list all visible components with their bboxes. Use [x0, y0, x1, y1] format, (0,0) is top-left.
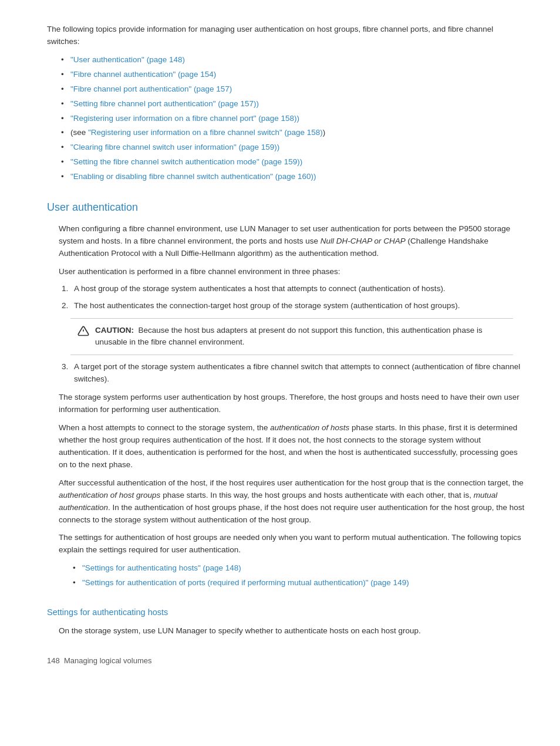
- toc-link-8[interactable]: "Setting the fibre channel switch authen…: [70, 157, 302, 166]
- settings-heading: Settings for authenticating hosts: [47, 606, 525, 619]
- toc-link-list: "User authentication" (page 148) "Fibre …: [61, 54, 525, 183]
- auth-steps-list: A host group of the storage system authe…: [70, 283, 525, 312]
- list-item: "Enabling or disabling fibre channel swi…: [61, 171, 525, 183]
- sub-link-2[interactable]: "Settings for authentication of ports (r…: [82, 578, 409, 587]
- sub-link-list: "Settings for authenticating hosts" (pag…: [73, 562, 525, 589]
- sub-list-item-2: "Settings for authentication of ports (r…: [73, 577, 525, 589]
- user-auth-para3: The storage system performs user authent…: [59, 391, 525, 416]
- toc-link-6[interactable]: "Registering user information on a fibre…: [88, 128, 323, 137]
- list-item: "Fibre channel authentication" (page 154…: [61, 69, 525, 81]
- caution-text: Because the host bus adapters at present…: [95, 326, 483, 347]
- caution-triangle-icon: [77, 325, 89, 337]
- list-item: "Setting the fibre channel switch authen…: [61, 156, 525, 168]
- list-item: "User authentication" (page 148): [61, 54, 525, 66]
- italic-null-dh-chap: Null DH-CHAP or CHAP: [321, 237, 406, 245]
- list-item: "Clearing fibre channel switch user info…: [61, 141, 525, 154]
- settings-section: Settings for authenticating hosts On the…: [47, 606, 525, 637]
- caution-box: CAUTION: Because the host bus adapters a…: [70, 318, 513, 356]
- list-item: "Fibre channel port authentication" (pag…: [61, 83, 525, 96]
- list-item: "Setting fibre channel port authenticati…: [61, 98, 525, 110]
- toc-link-2[interactable]: "Fibre channel authentication" (page 154…: [70, 70, 216, 79]
- sub-link-1[interactable]: "Settings for authenticating hosts" (pag…: [82, 563, 241, 572]
- user-auth-heading: User authentication: [47, 200, 525, 216]
- toc-link-1[interactable]: "User authentication" (page 148): [70, 55, 185, 64]
- user-auth-para4: When a host attempts to connect to the s…: [59, 422, 525, 471]
- italic-auth-of-hosts: authentication of hosts: [270, 423, 349, 432]
- toc-link-3[interactable]: "Fibre channel port authentication" (pag…: [70, 85, 232, 93]
- user-auth-para1: When configuring a fibre channel environ…: [59, 223, 525, 260]
- auth-step-1: A host group of the storage system authe…: [70, 283, 525, 295]
- user-auth-para5: After successful authentication of the h…: [59, 477, 525, 526]
- intro-paragraph: The following topics provide information…: [47, 23, 525, 48]
- page-footer: 148 Managing logical volumes: [47, 655, 525, 667]
- auth-steps-list-continued: A target port of the storage system auth…: [70, 361, 525, 386]
- footer-label: Managing logical volumes: [64, 656, 152, 665]
- list-item: (see "Registering user information on a …: [61, 127, 525, 139]
- user-auth-section: User authentication When configuring a f…: [47, 200, 525, 589]
- italic-auth-of-host-groups: authentication of host groups: [59, 491, 160, 499]
- toc-link-9[interactable]: "Enabling or disabling fibre channel swi…: [70, 172, 316, 181]
- user-auth-para6: The settings for authentication of host …: [59, 532, 525, 556]
- sub-list-item-1: "Settings for authenticating hosts" (pag…: [73, 562, 525, 575]
- auth-step-2: The host authenticates the connection-ta…: [70, 300, 525, 312]
- settings-para1: On the storage system, use LUN Manager t…: [59, 625, 525, 637]
- list-item: "Registering user information on a fibre…: [61, 113, 525, 125]
- user-auth-para2: User authentication is performed in a fi…: [59, 266, 525, 278]
- caution-label: CAUTION:: [95, 326, 134, 335]
- auth-step-3: A target port of the storage system auth…: [70, 361, 525, 386]
- toc-link-4[interactable]: "Setting fibre channel port authenticati…: [70, 99, 259, 108]
- caution-content: CAUTION: Because the host bus adapters a…: [95, 325, 506, 349]
- toc-link-5[interactable]: "Registering user information on a fibre…: [70, 114, 299, 123]
- page-number: 148: [47, 656, 60, 665]
- toc-link-7[interactable]: "Clearing fibre channel switch user info…: [70, 143, 279, 151]
